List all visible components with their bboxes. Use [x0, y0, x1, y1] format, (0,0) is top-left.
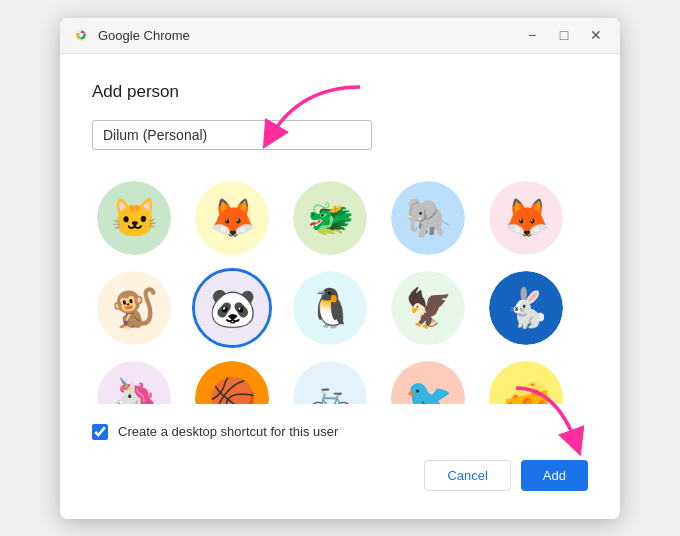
- bike-avatar[interactable]: 🚲: [290, 358, 370, 404]
- chrome-logo: [72, 26, 90, 44]
- name-input[interactable]: [92, 120, 372, 150]
- panda-avatar[interactable]: 🐼: [192, 268, 272, 348]
- dragon-avatar[interactable]: 🐲: [290, 178, 370, 258]
- unicorn-avatar[interactable]: 🦄: [94, 358, 174, 404]
- minimize-button[interactable]: −: [520, 23, 544, 47]
- section-title: Add person: [92, 82, 588, 102]
- monkey-avatar[interactable]: 🐒: [94, 268, 174, 348]
- add-button[interactable]: Add: [521, 460, 588, 491]
- fox-avatar[interactable]: 🦊: [192, 178, 272, 258]
- redbird-avatar[interactable]: 🐦: [388, 358, 468, 404]
- dialog-window: Google Chrome − □ ✕ Add person 🐱🦊🐲�: [60, 18, 620, 519]
- dialog-footer: Cancel Add: [92, 460, 588, 499]
- close-button[interactable]: ✕: [584, 23, 608, 47]
- avatars-scroll-area[interactable]: 🐱🦊🐲🐘🦊🐒🐼🐧🦅🐇🦄🏀🚲🐦🧀: [92, 174, 588, 404]
- checkbox-row: Create a desktop shortcut for this user: [92, 424, 588, 440]
- bird-avatar[interactable]: 🦅: [388, 268, 468, 348]
- avatars-grid: 🐱🦊🐲🐘🦊🐒🐼🐧🦅🐇🦄🏀🚲🐦🧀: [92, 174, 584, 404]
- title-bar: Google Chrome − □ ✕: [60, 18, 620, 54]
- penguin-avatar[interactable]: 🐧: [290, 268, 370, 348]
- maximize-button[interactable]: □: [552, 23, 576, 47]
- name-input-wrapper: [92, 120, 588, 150]
- svg-point-2: [79, 33, 83, 37]
- desktop-shortcut-label: Create a desktop shortcut for this user: [118, 424, 338, 439]
- rabbit-avatar[interactable]: 🐇: [486, 268, 566, 348]
- dialog-content: Add person 🐱🦊🐲🐘🦊🐒🐼🐧🦅🐇🦄🏀🚲🐦🧀 Create a desk…: [60, 54, 620, 519]
- cancel-button[interactable]: Cancel: [424, 460, 510, 491]
- desktop-shortcut-checkbox[interactable]: [92, 424, 108, 440]
- window-controls: − □ ✕: [520, 23, 608, 47]
- cheese-avatar[interactable]: 🧀: [486, 358, 566, 404]
- avatars-section: 🐱🦊🐲🐘🦊🐒🐼🐧🦅🐇🦄🏀🚲🐦🧀: [92, 174, 588, 404]
- elephant-avatar[interactable]: 🐘: [388, 178, 468, 258]
- cat-avatar[interactable]: 🐱: [94, 178, 174, 258]
- basketball-avatar[interactable]: 🏀: [192, 358, 272, 404]
- window-title: Google Chrome: [98, 28, 520, 43]
- fox2-avatar[interactable]: 🦊: [486, 178, 566, 258]
